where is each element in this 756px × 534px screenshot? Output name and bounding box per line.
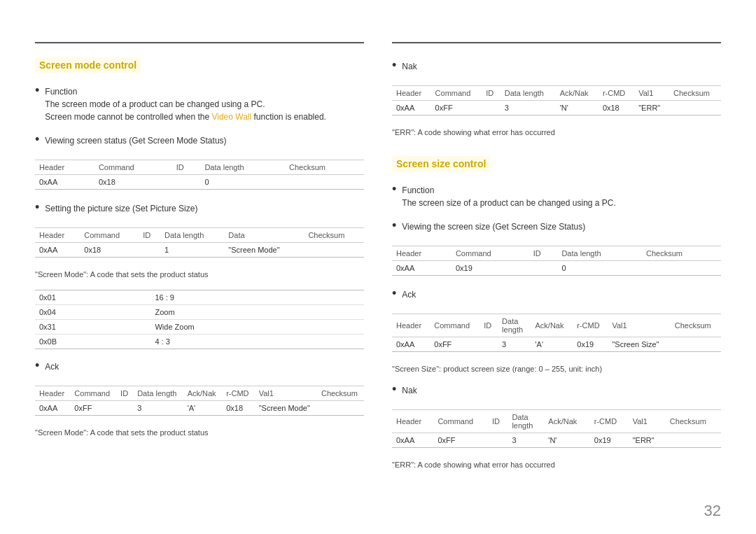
viewing2-bullet: • Viewing the screen size (Get Screen Si… [392,220,721,233]
table-ack2: Header Command ID Datalength Ack/Nak r-C… [392,314,721,352]
screen-mode-note2: "Screen Mode": A code that sets the prod… [35,428,364,437]
table-row: 0x0B 4 : 3 [35,335,364,349]
screen-size-note: "Screen Size": product screen size (rang… [392,365,721,373]
table-viewing-size: Header Command ID Data length Checksum 0… [392,246,721,276]
nak2-label: Nak [402,384,416,397]
function-desc2: Screen mode cannot be controlled when th… [45,112,211,122]
col-header-checksum: Checksum [285,160,364,175]
screen-mode-note: "Screen Mode": A code that sets the prod… [35,270,364,279]
function2-desc: The screen size of a product can be chan… [402,198,616,208]
col-header-header: Header [35,160,94,175]
section-title-screen-mode: Screen mode control [35,57,364,77]
table-row: 0xAA 0x19 0 [392,261,721,276]
table-row: 0xAA 0xFF 3 'N' 0x19 "ERR" [392,433,721,448]
nak-label: Nak [402,60,416,73]
err2-note: "ERR": A code showing what error has occ… [392,461,721,469]
err-note: "ERR": A code showing what error has occ… [392,128,721,136]
nak-bullet: • Nak [392,60,721,73]
setting-bullet: • Setting the picture size (Set Picture … [35,202,364,215]
nak2-bullet: • Nak [392,384,721,397]
setting-label: Setting the picture size (Set Picture Si… [45,202,197,215]
table-viewing-screen: Header Command ID Data length Checksum 0… [35,160,364,190]
function-desc3: function is enabled. [251,112,326,122]
table-row: 0x01 16 : 9 [35,290,364,305]
table-screen-mode-values: 0x01 16 : 9 0x04 Zoom 0x31 Wide Zoom 0x0… [35,290,364,349]
viewing-label: Viewing screen status (Get Screen Mode S… [45,134,226,147]
table-row: 0x31 Wide Zoom [35,320,364,335]
col-header-id: ID [172,160,201,175]
ack-label: Ack [45,360,59,373]
function-desc1: The screen mode of a product can be chan… [45,99,265,109]
table-row: 0xAA 0xFF 3 'A' 0x19 "Screen Size" [392,337,721,352]
function-label: Function [45,87,77,97]
table-row: 0xAA 0xFF 3 'A' 0x18 "Screen Mode" [35,401,364,416]
table-set-picture: Header Command ID Data length Data Check… [35,227,364,258]
table-row: 0x04 Zoom [35,305,364,320]
col-header-command: Command [94,160,172,175]
section-title-screen-size: Screen size control [392,156,721,176]
page-number: 32 [704,502,721,520]
table-row: 0xAA 0x18 1 "Screen Mode" [35,243,364,258]
ack2-label: Ack [402,288,416,301]
table-nak2: Header Command ID Datalength Ack/Nak r-C… [392,409,721,448]
viewing-bullet: • Viewing screen status (Get Screen Mode… [35,134,364,147]
function-bullet: • Function The screen mode of a product … [35,85,364,123]
function2-label: Function [402,185,434,195]
left-column: Screen mode control • Function The scree… [35,42,364,472]
table-row: 0xAA 0xFF 3 'N' 0x18 "ERR" [392,101,721,115]
table-nak: Header Command ID Data length Ack/Nak r-… [392,85,721,115]
ack-bullet: • Ack [35,360,364,373]
viewing2-label: Viewing the screen size (Get Screen Size… [402,220,585,233]
ack2-bullet: • Ack [392,288,721,301]
table-row: 0xAA 0x18 0 [35,175,364,190]
video-wall-link[interactable]: Video Wall [211,112,251,122]
right-column: • Nak Header Command ID Data length Ack/… [392,42,721,472]
function2-bullet: • Function The screen size of a product … [392,184,721,209]
table-ack: Header Command ID Data length Ack/Nak r-… [35,386,364,416]
col-header-data-length: Data length [200,160,285,175]
